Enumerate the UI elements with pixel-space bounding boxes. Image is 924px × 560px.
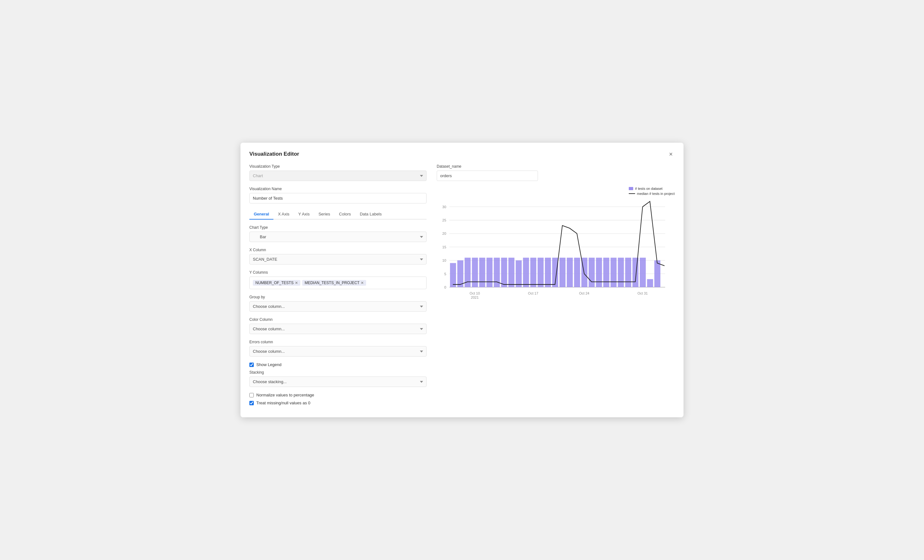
normalize-label: Normalize values to percentage [256, 392, 314, 397]
color-column-section: Color Column Choose column... [249, 317, 426, 334]
svg-rect-25 [523, 258, 529, 287]
tab-y-axis[interactable]: Y Axis [294, 209, 314, 220]
legend-bar-swatch [629, 187, 633, 190]
svg-rect-40 [633, 258, 639, 287]
tag-number-of-tests-remove[interactable]: ✕ [295, 281, 298, 285]
show-legend-checkbox[interactable] [249, 362, 254, 367]
color-column-label: Color Column [249, 317, 426, 322]
svg-rect-30 [560, 258, 566, 287]
svg-text:Oct 31: Oct 31 [638, 291, 648, 295]
tabs-bar: General X Axis Y Axis Series Colors Data… [249, 209, 426, 220]
tab-colors[interactable]: Colors [334, 209, 356, 220]
svg-text:10: 10 [442, 259, 446, 262]
svg-rect-15 [450, 263, 456, 287]
tab-series[interactable]: Series [314, 209, 334, 220]
svg-text:Oct 24: Oct 24 [579, 291, 589, 295]
viz-type-section: Visualization Type Chart [249, 164, 426, 181]
tab-data-labels[interactable]: Data Labels [356, 209, 386, 220]
color-column-select[interactable]: Choose column... [249, 323, 426, 334]
treat-null-row: Treat missing/null values as 0 [249, 401, 426, 405]
svg-rect-20 [486, 258, 492, 287]
y-columns-input[interactable]: NUMBER_OF_TESTS ✕ MEDIAN_TESTS_IN_PROJEC… [249, 277, 426, 289]
viz-name-input[interactable] [249, 193, 426, 204]
right-panel: Dataset_name orders # tests on dataset m… [436, 164, 675, 409]
chart-legend: # tests on dataset median # tests in pro… [629, 187, 675, 196]
svg-rect-41 [640, 258, 646, 287]
svg-text:25: 25 [442, 218, 446, 222]
svg-rect-19 [479, 258, 485, 287]
x-column-select[interactable]: SCAN_DATE [249, 254, 426, 265]
svg-text:20: 20 [442, 232, 446, 235]
x-column-section: X Column SCAN_DATE [249, 248, 426, 265]
svg-text:Oct 10: Oct 10 [470, 291, 480, 295]
group-by-section: Group by Choose column... [249, 295, 426, 311]
viz-type-label: Visualization Type [249, 164, 426, 169]
close-button[interactable]: × [667, 150, 675, 158]
stacking-select[interactable]: Choose stacking... [249, 376, 426, 387]
svg-rect-36 [603, 258, 609, 287]
svg-text:Oct 17: Oct 17 [528, 291, 538, 295]
legend-line-item: median # tests in project [629, 192, 675, 196]
legend-line-label: median # tests in project [637, 192, 675, 196]
svg-rect-18 [472, 258, 478, 287]
svg-rect-26 [530, 258, 536, 287]
dialog-header: Visualization Editor × [249, 150, 675, 158]
viz-name-section: Visualization Name [249, 187, 426, 204]
chart-container: # tests on dataset median # tests in pro… [436, 187, 675, 301]
svg-rect-22 [501, 258, 507, 287]
chart-svg: 5 10 15 20 25 30 0 [436, 187, 675, 301]
y-columns-label: Y Columns [249, 270, 426, 275]
svg-text:0: 0 [444, 285, 446, 289]
tab-general[interactable]: General [249, 209, 273, 220]
viz-name-label: Visualization Name [249, 187, 426, 191]
svg-rect-27 [538, 258, 544, 287]
svg-rect-39 [625, 258, 631, 287]
svg-rect-42 [647, 279, 653, 287]
svg-rect-23 [508, 258, 514, 287]
svg-rect-24 [516, 261, 522, 287]
svg-rect-34 [589, 258, 595, 287]
dialog-body: Visualization Type Chart Visualization N… [249, 164, 675, 409]
dialog-title: Visualization Editor [249, 151, 299, 157]
legend-line-swatch [629, 193, 635, 194]
svg-rect-38 [618, 258, 624, 287]
legend-bar-item: # tests on dataset [629, 187, 675, 190]
treat-null-checkbox[interactable] [249, 401, 254, 405]
stacking-label: Stacking [249, 370, 426, 374]
normalize-checkbox[interactable] [249, 393, 254, 397]
treat-null-label: Treat missing/null values as 0 [256, 401, 310, 405]
svg-text:2021: 2021 [471, 295, 479, 299]
legend-bar-label: # tests on dataset [635, 187, 663, 190]
svg-text:5: 5 [444, 272, 446, 276]
left-panel: Visualization Type Chart Visualization N… [249, 164, 426, 409]
tag-median-tests-label: MEDIAN_TESTS_IN_PROJECT [305, 281, 360, 285]
show-legend-row: Show Legend [249, 362, 426, 367]
errors-column-select[interactable]: Choose column... [249, 346, 426, 356]
svg-rect-43 [654, 261, 660, 287]
stacking-section: Stacking Choose stacking... [249, 370, 426, 387]
normalize-row: Normalize values to percentage [249, 392, 426, 397]
tag-median-tests-remove[interactable]: ✕ [361, 281, 364, 285]
svg-rect-32 [574, 258, 580, 287]
errors-column-label: Errors column [249, 340, 426, 344]
x-column-label: X Column [249, 248, 426, 252]
svg-rect-37 [610, 258, 616, 287]
chart-type-select[interactable]: Bar [249, 232, 426, 242]
dataset-select[interactable]: orders [436, 171, 538, 181]
tag-number-of-tests-label: NUMBER_OF_TESTS [255, 281, 294, 285]
svg-text:15: 15 [442, 245, 446, 249]
svg-rect-28 [545, 258, 551, 287]
y-columns-section: Y Columns NUMBER_OF_TESTS ✕ MEDIAN_TESTS… [249, 270, 426, 289]
group-by-label: Group by [249, 295, 426, 299]
chart-type-section: Chart Type ▦ Bar [249, 225, 426, 242]
tag-median-tests: MEDIAN_TESTS_IN_PROJECT ✕ [302, 280, 366, 286]
svg-rect-16 [457, 261, 463, 287]
errors-column-section: Errors column Choose column... [249, 340, 426, 356]
tab-x-axis[interactable]: X Axis [273, 209, 294, 220]
dataset-label: Dataset_name [436, 164, 675, 169]
chart-type-wrapper: ▦ Bar [249, 232, 426, 242]
dataset-section: Dataset_name orders [436, 164, 675, 181]
viz-type-select[interactable]: Chart [249, 171, 426, 181]
chart-type-label: Chart Type [249, 225, 426, 230]
group-by-select[interactable]: Choose column... [249, 301, 426, 311]
